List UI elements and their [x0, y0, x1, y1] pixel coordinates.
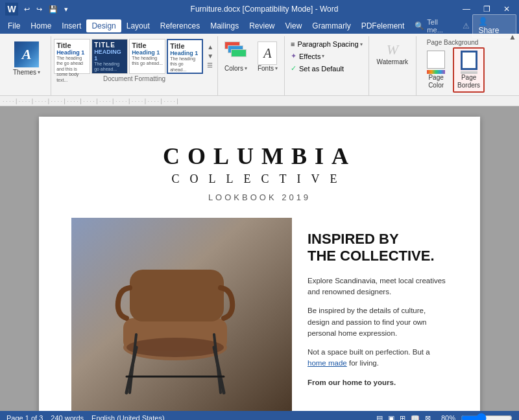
colors-fonts-items: Colors ▾ A Fonts ▾ [221, 39, 282, 75]
maximize-button[interactable]: ❐ [479, 3, 494, 15]
expand-arrow[interactable]: ☰ [206, 61, 215, 70]
watermark-button[interactable]: W Watermark [373, 39, 413, 68]
ribbon-content: A Themes ▾ Title Heading 1 The heading t… [0, 34, 519, 95]
status-bar: Page 1 of 3 240 words English (United St… [0, 411, 519, 420]
document-image [71, 218, 292, 411]
search-icon: 🔍 [415, 21, 424, 30]
para-items: ≡ Paragraph Spacing ▾ ✦ Effects ▾ ✓ Set … [289, 39, 365, 74]
svg-rect-3 [130, 270, 224, 321]
style-thumb-3[interactable]: Title Heading 1 The heading this go ahea… [129, 39, 165, 74]
colors-button[interactable]: Colors ▾ [221, 39, 251, 75]
page-borders-icon [459, 51, 479, 74]
document-content: INSPIRED BYTHE COLLECTIVE. Explore Scand… [71, 218, 448, 411]
save-button[interactable]: 💾 [47, 4, 60, 15]
menu-mailings[interactable]: Mailings [205, 19, 244, 32]
document-text: INSPIRED BYTHE COLLECTIVE. Explore Scand… [308, 218, 448, 411]
themes-label: Themes ▾ [13, 69, 40, 76]
style-title-label: Title [56, 41, 88, 49]
style-body-text: The heading the go ahead and this is som… [56, 56, 88, 83]
window-title: Furniture.docx [Compatibility Mode] - Wo… [70, 5, 459, 14]
title-bar-left: W ↩ ↪ 💾 ▾ [5, 3, 70, 16]
page-color-button[interactable]: PageColor [420, 47, 452, 93]
document-area: COLUMBIA COLLECTIVE LOOKBOOK 2019 [0, 106, 519, 411]
menu-references[interactable]: References [155, 19, 205, 32]
undo-button[interactable]: ↩ [22, 4, 32, 15]
para-3: Not a space built on perfection. But a h… [308, 347, 448, 369]
effects-label: Effects [299, 52, 320, 60]
word-count: 240 words [51, 414, 84, 420]
menu-review[interactable]: Review [244, 19, 280, 32]
para3-text: Not a space built on perfection. But a [308, 348, 430, 356]
ribbon: A Themes ▾ Title Heading 1 The heading t… [0, 34, 519, 96]
menu-bar: File Home Insert Design Layout Reference… [0, 18, 519, 34]
style-thumb-2[interactable]: TITLE HEADING 1 The heading go ahead... [91, 39, 128, 74]
scroll-up-arrow[interactable]: ▲ [206, 43, 215, 52]
menu-pdfelement[interactable]: PDFelement [356, 19, 410, 32]
style-thumbnails: Title Heading 1 The heading the go ahead… [54, 39, 215, 74]
chair-svg [71, 218, 292, 411]
fonts-button[interactable]: A Fonts ▾ [254, 39, 282, 75]
style-thumb-4[interactable]: Title Heading 1 The heading this go ahea… [167, 39, 203, 74]
page-color-icon [424, 51, 448, 74]
title-bar: W ↩ ↪ 💾 ▾ Furniture.docx [Compatibility … [0, 0, 519, 18]
ribbon-group-para-effects: ≡ Paragraph Spacing ▾ ✦ Effects ▾ ✓ Set … [285, 36, 369, 95]
themes-button[interactable]: A Themes ▾ [8, 39, 45, 78]
page-borders-button[interactable]: PageBorders [453, 47, 485, 93]
page-bg-items: PageColor PageBorders [420, 47, 485, 93]
ribbon-group-page-background: Page Background PageColor PageBo [416, 36, 489, 95]
dropdown-button[interactable]: ▾ [62, 4, 70, 15]
scroll-down-arrow[interactable]: ▼ [206, 52, 215, 61]
page-color-label: PageColor [428, 74, 444, 89]
effects-button[interactable]: ✦ Effects ▾ [289, 51, 365, 62]
document-title-sub: COLLECTIVE [71, 172, 448, 186]
minimize-button[interactable]: — [459, 3, 474, 15]
themes-dropdown-arrow: ▾ [38, 69, 40, 75]
set-as-default-button[interactable]: ✓ Set as Default [289, 63, 365, 74]
set-default-label: Set as Default [299, 65, 344, 73]
view-icon-focus[interactable]: ⊠ [425, 414, 431, 421]
menu-layout[interactable]: Layout [121, 19, 155, 32]
colors-dropdown: ▾ [245, 65, 247, 71]
ruler: · · · · | · · · · | · · · · | · · · · | … [0, 96, 519, 106]
view-icon-outline[interactable]: ⊞ [400, 414, 405, 421]
para-4: From our home to yours. [308, 377, 448, 388]
redo-button[interactable]: ↪ [34, 4, 44, 15]
close-button[interactable]: ✕ [500, 3, 514, 15]
view-icon-read[interactable]: 📖 [411, 414, 420, 421]
document-page: COLUMBIA COLLECTIVE LOOKBOOK 2019 [39, 117, 480, 411]
view-icon-print[interactable]: ▤ [376, 414, 383, 421]
divider: ⚠ [463, 21, 470, 30]
doc-formatting-label: Document Formatting [103, 75, 165, 82]
tell-me-search[interactable]: 🔍 Tell me... [409, 16, 460, 36]
ribbon-collapse-button[interactable]: ▲ [509, 32, 516, 41]
colors-icon [224, 41, 247, 65]
home-made-link[interactable]: home made [308, 359, 347, 367]
page-count: Page 1 of 3 [6, 414, 43, 420]
style4-title: Title [170, 42, 200, 50]
language: English (United States) [91, 414, 165, 420]
menu-home[interactable]: Home [25, 19, 56, 32]
para-spacing-icon: ≡ [291, 40, 295, 48]
quick-access-toolbar: ↩ ↪ 💾 ▾ [22, 4, 70, 15]
menu-view[interactable]: View [280, 19, 308, 32]
menu-design[interactable]: Design [86, 19, 121, 32]
document-lookbook: LOOKBOOK 2019 [71, 192, 448, 202]
paragraph-spacing-button[interactable]: ≡ Paragraph Spacing ▾ [289, 39, 365, 49]
style2-body: The heading go ahead... [94, 62, 125, 73]
fonts-label: Fonts ▾ [258, 65, 278, 72]
menu-grammarly[interactable]: Grammarly [307, 19, 356, 32]
menu-file[interactable]: File [3, 19, 25, 32]
status-right: ▤ ▣ ⊞ 📖 ⊠ 80% [376, 414, 513, 421]
style4-h1: Heading 1 [170, 50, 200, 56]
effects-icon: ✦ [291, 52, 296, 60]
zoom-level: 80% [441, 414, 455, 420]
document-title-main: COLUMBIA [71, 143, 448, 170]
ribbon-group-watermark: W Watermark [369, 36, 417, 95]
zoom-slider[interactable] [461, 414, 513, 420]
view-icon-web[interactable]: ▣ [388, 414, 394, 421]
window-controls: — ❐ ✕ [459, 3, 514, 15]
menu-insert[interactable]: Insert [56, 19, 86, 32]
page-background-section-label: Page Background [427, 39, 479, 46]
effects-dropdown: ▾ [322, 53, 324, 59]
style-thumb-1[interactable]: Title Heading 1 The heading the go ahead… [54, 39, 90, 74]
